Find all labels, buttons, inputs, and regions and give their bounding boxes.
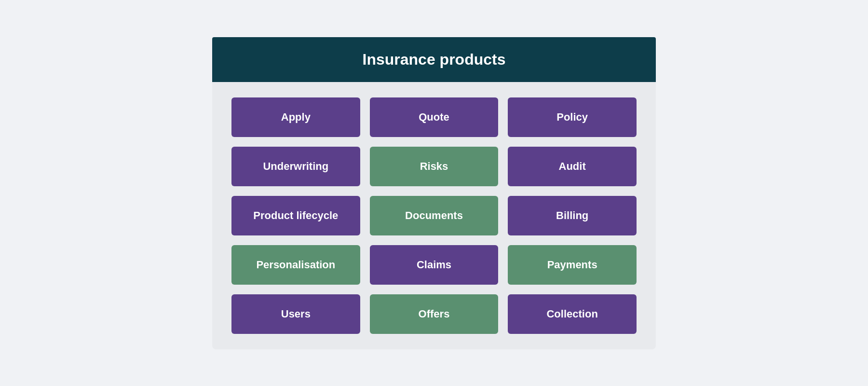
tile-apply[interactable]: Apply [231, 97, 360, 137]
tile-offers[interactable]: Offers [370, 294, 499, 334]
tile-label-quote: Quote [419, 111, 449, 124]
tile-claims[interactable]: Claims [370, 245, 499, 285]
tile-policy[interactable]: Policy [508, 97, 637, 137]
tile-label-collection: Collection [546, 308, 597, 320]
tile-label-claims: Claims [417, 259, 451, 271]
tile-label-product-lifecycle: Product lifecycle [253, 209, 338, 222]
tile-underwriting[interactable]: Underwriting [231, 147, 360, 186]
tile-billing[interactable]: Billing [508, 196, 637, 235]
tile-personalisation[interactable]: Personalisation [231, 245, 360, 285]
tile-payments[interactable]: Payments [508, 245, 637, 285]
tile-label-apply: Apply [281, 111, 311, 124]
tile-users[interactable]: Users [231, 294, 360, 334]
tile-label-personalisation: Personalisation [256, 259, 335, 271]
tile-label-billing: Billing [556, 209, 588, 222]
tile-collection[interactable]: Collection [508, 294, 637, 334]
tiles-grid: ApplyQuotePolicyUnderwritingRisksAuditPr… [231, 97, 637, 334]
tile-label-audit: Audit [559, 160, 586, 173]
main-container: Insurance products ApplyQuotePolicyUnder… [212, 37, 656, 349]
tile-label-payments: Payments [547, 259, 597, 271]
tile-label-risks: Risks [420, 160, 448, 173]
tile-label-offers: Offers [419, 308, 450, 320]
tile-quote[interactable]: Quote [370, 97, 499, 137]
page-title: Insurance products [231, 51, 637, 69]
page-header: Insurance products [212, 37, 656, 82]
tile-label-policy: Policy [556, 111, 588, 124]
tile-product-lifecycle[interactable]: Product lifecycle [231, 196, 360, 235]
tile-documents[interactable]: Documents [370, 196, 499, 235]
tile-audit[interactable]: Audit [508, 147, 637, 186]
tile-risks[interactable]: Risks [370, 147, 499, 186]
tile-label-documents: Documents [405, 209, 463, 222]
grid-container: ApplyQuotePolicyUnderwritingRisksAuditPr… [212, 82, 656, 349]
tile-label-underwriting: Underwriting [263, 160, 328, 173]
tile-label-users: Users [281, 308, 311, 320]
